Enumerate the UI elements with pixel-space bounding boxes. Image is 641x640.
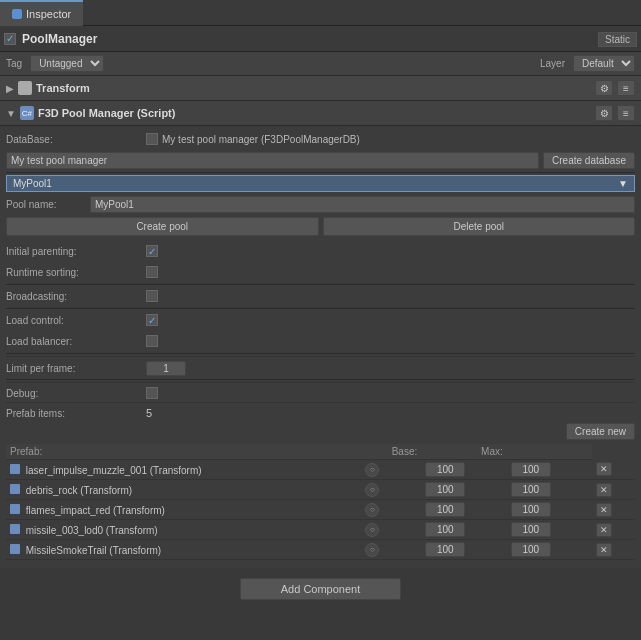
script-settings-btn[interactable]: ≡ <box>617 105 635 121</box>
prefab-base-input[interactable] <box>425 502 465 517</box>
prefab-name-cell: debris_rock (Transform) <box>6 480 361 500</box>
prefab-max-input[interactable] <box>511 482 551 497</box>
go-enabled-checkbox[interactable] <box>4 33 16 45</box>
actions-col-header <box>507 444 592 460</box>
prefab-max-input[interactable] <box>511 542 551 557</box>
add-component-area: Add Component <box>0 568 641 610</box>
prefab-table: Prefab: Base: Max: laser_impulse_muzzle_… <box>6 444 635 560</box>
pool-dropdown[interactable]: MyPool1 ▼ <box>6 175 635 192</box>
broadcasting-label: Broadcasting: <box>6 291 146 302</box>
database-checkbox[interactable] <box>146 133 158 145</box>
debug-checkbox[interactable] <box>146 387 158 399</box>
prefab-remove-btn[interactable]: ✕ <box>596 543 612 557</box>
tag-dropdown[interactable]: Untagged <box>30 55 104 72</box>
prefab-base-input[interactable] <box>425 462 465 477</box>
limit-per-frame-row: Limit per frame: <box>6 356 635 376</box>
prefab-remove-btn[interactable]: ✕ <box>596 483 612 497</box>
load-balancer-label: Load balancer: <box>6 336 146 347</box>
load-balancer-row: Load balancer: <box>6 332 635 350</box>
transform-settings-btn[interactable]: ≡ <box>617 80 635 96</box>
prefab-base-cell <box>421 500 506 520</box>
script-arrow: ▼ <box>6 108 16 119</box>
prefab-base-input[interactable] <box>425 542 465 557</box>
create-database-btn[interactable]: Create database <box>543 152 635 169</box>
table-row: MissileSmokeTrail (Transform) ○ ✕ <box>6 540 635 560</box>
fields-area: DataBase: My test pool manager (F3DPoolM… <box>0 126 641 568</box>
database-input[interactable] <box>6 152 539 169</box>
prefab-icon <box>10 484 20 494</box>
limit-per-frame-input[interactable] <box>146 361 186 376</box>
prefab-items-row: Prefab items: 5 <box>6 402 635 419</box>
initial-parenting-label: Initial parenting: <box>6 246 146 257</box>
prefab-max-input[interactable] <box>511 502 551 517</box>
prefab-circle-cell: ○ <box>361 460 421 480</box>
pool-name-row: Pool name: <box>6 196 635 213</box>
transform-header[interactable]: ▶ Transform ⚙ ≡ <box>0 76 641 101</box>
runtime-sorting-checkbox[interactable] <box>146 266 158 278</box>
prefab-remove-btn[interactable]: ✕ <box>596 462 612 476</box>
pool-name-input[interactable] <box>90 196 635 213</box>
static-badge[interactable]: Static <box>598 33 637 45</box>
database-field-text: My test pool manager (F3DPoolManagerDB) <box>162 134 360 145</box>
prefab-base-cell <box>421 480 506 500</box>
debug-row: Debug: <box>6 382 635 399</box>
tag-label: Tag <box>6 58 22 69</box>
script-menu-btn[interactable]: ⚙ <box>595 105 613 121</box>
prefab-circle-btn[interactable]: ○ <box>365 483 379 497</box>
max-col-header: Max: <box>421 444 506 460</box>
load-control-label: Load control: <box>6 315 146 326</box>
prefab-circle-btn[interactable]: ○ <box>365 543 379 557</box>
create-pool-btn[interactable]: Create pool <box>6 217 319 236</box>
table-row: missile_003_lod0 (Transform) ○ ✕ <box>6 520 635 540</box>
prefab-base-cell <box>421 540 506 560</box>
prefab-max-input[interactable] <box>511 522 551 537</box>
load-control-checkbox[interactable] <box>146 314 158 326</box>
transform-menu-btn[interactable]: ⚙ <box>595 80 613 96</box>
create-new-btn[interactable]: Create new <box>566 423 635 440</box>
broadcasting-checkbox[interactable] <box>146 290 158 302</box>
prefab-name-cell: MissileSmokeTrail (Transform) <box>6 540 361 560</box>
pool-dropdown-value: MyPool1 <box>13 178 52 189</box>
prefab-max-input[interactable] <box>511 462 551 477</box>
transform-title: Transform <box>36 82 591 94</box>
load-balancer-checkbox[interactable] <box>146 335 158 347</box>
prefab-name-cell: laser_impulse_muzzle_001 (Transform) <box>6 460 361 480</box>
prefab-name: flames_impact_red (Transform) <box>26 505 165 516</box>
prefab-name: laser_impulse_muzzle_001 (Transform) <box>26 465 202 476</box>
inspector-tab[interactable]: Inspector <box>0 0 83 26</box>
initial-parenting-row: Initial parenting: <box>6 242 635 260</box>
add-component-btn[interactable]: Add Component <box>240 578 402 600</box>
gameobject-name: PoolManager <box>22 32 97 46</box>
runtime-sorting-row: Runtime sorting: <box>6 263 635 281</box>
delete-pool-btn[interactable]: Delete pool <box>323 217 636 236</box>
layer-dropdown[interactable]: Default <box>573 55 635 72</box>
inspector-tab-icon <box>12 9 22 19</box>
tag-layer-row: Tag Untagged Layer Default <box>0 52 641 76</box>
prefab-circle-btn[interactable]: ○ <box>365 523 379 537</box>
prefab-circle-btn[interactable]: ○ <box>365 463 379 477</box>
inspector-panel: Tag Untagged Layer Default ▶ Transform ⚙… <box>0 52 641 640</box>
prefab-circle-cell: ○ <box>361 520 421 540</box>
prefab-remove-btn[interactable]: ✕ <box>596 503 612 517</box>
toolbar-left: PoolManager <box>4 32 97 46</box>
prefab-circle-cell: ○ <box>361 480 421 500</box>
prefab-base-input[interactable] <box>425 522 465 537</box>
prefab-max-cell <box>507 500 592 520</box>
pool-name-label: Pool name: <box>6 199 86 210</box>
debug-label: Debug: <box>6 388 146 399</box>
prefab-circle-btn[interactable]: ○ <box>365 503 379 517</box>
prefab-circle-cell: ○ <box>361 540 421 560</box>
prefab-name: missile_003_lod0 (Transform) <box>26 525 158 536</box>
inspector-tab-label: Inspector <box>26 8 71 20</box>
prefab-name-cell: flames_impact_red (Transform) <box>6 500 361 520</box>
load-control-row: Load control: <box>6 311 635 329</box>
prefab-max-cell <box>507 480 592 500</box>
broadcasting-row: Broadcasting: <box>6 287 635 305</box>
initial-parenting-checkbox[interactable] <box>146 245 158 257</box>
create-new-row: Create new <box>6 423 635 440</box>
script-header[interactable]: ▼ C# F3D Pool Manager (Script) ⚙ ≡ <box>0 101 641 126</box>
static-label: Static <box>598 32 637 47</box>
prefab-base-input[interactable] <box>425 482 465 497</box>
prefab-remove-btn[interactable]: ✕ <box>596 523 612 537</box>
prefab-base-cell <box>421 520 506 540</box>
